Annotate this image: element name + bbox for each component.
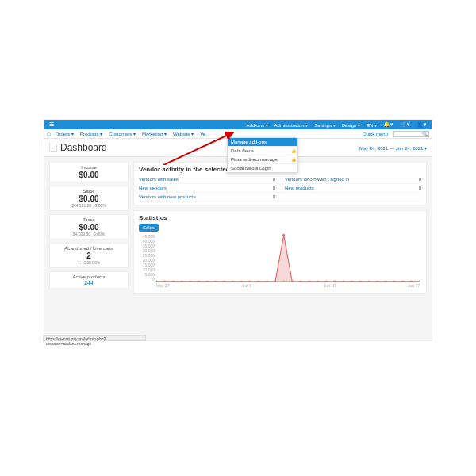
vendor-activity-row: Vendors with new products0 [139, 193, 421, 202]
va-count: 0 [413, 186, 421, 190]
menu-icon[interactable]: ☰ [47, 121, 56, 128]
svg-point-51 [308, 281, 310, 282]
date-range-picker[interactable]: May 24, 2021 — Jun 24, 2021 ▾ [359, 145, 427, 151]
svg-point-52 [317, 281, 319, 282]
vendor-activity-row: Vendors with sales0Vendors who haven't s… [139, 175, 421, 184]
card-label: Sales [52, 189, 125, 194]
card-sub: $4,029.50 , 0.00% [52, 232, 125, 236]
dropdown-item-label: Data feeds [231, 148, 254, 153]
card-value: $0.00 [52, 223, 125, 232]
sales-chart: 45,00040,00035,00030,00025,00020,00015,0… [139, 234, 421, 290]
card-carts: Abandoned / Live carts 2 1, +200.00% [49, 243, 129, 268]
svg-point-40 [215, 281, 217, 282]
menu-vendors[interactable]: Ve… [198, 132, 212, 136]
page-title: Dashboard [60, 142, 107, 153]
thumb-icon: 👍 [291, 148, 296, 153]
topbar-settings[interactable]: Settings ▾ [312, 122, 337, 128]
svg-point-56 [351, 281, 353, 282]
card-income: Income $0.00 [49, 162, 129, 182]
quick-menu[interactable]: Quick menu [363, 132, 388, 136]
va-link[interactable]: New vendors [139, 186, 267, 190]
active-products-link[interactable]: 244 [52, 280, 125, 286]
main-panels: Vendor activity in the selected period V… [133, 162, 427, 294]
card-label: Abandoned / Live carts [52, 246, 125, 251]
svg-point-43 [240, 281, 243, 282]
menu-customers[interactable]: Customers ▾ [107, 131, 137, 136]
menu-marketing[interactable]: Marketing ▾ [140, 131, 168, 136]
card-label: Taxes [52, 217, 125, 222]
dropdown-item-label: Pinta redirect manager [231, 157, 279, 162]
va-count [413, 194, 421, 199]
home-icon[interactable]: ⌂ [47, 130, 51, 137]
topbar-addons[interactable]: Add-ons ▾ [244, 122, 271, 128]
va-link[interactable]: Vendors with sales [139, 177, 267, 182]
va-count: 0 [413, 177, 421, 182]
svg-point-44 [248, 281, 251, 282]
svg-point-45 [257, 281, 259, 282]
dropdown-pinta-redirect[interactable]: Pinta redirect manager👍 [228, 155, 298, 163]
card-sales: Sales $0.00 $44,281.80 , 0.00% [49, 186, 129, 211]
svg-point-39 [206, 281, 209, 282]
menu-products[interactable]: Products ▾ [79, 131, 104, 136]
topbar-administration[interactable]: Administration ▾ [272, 122, 311, 128]
card-sub: $44,281.80 , 0.00% [52, 203, 125, 208]
svg-point-57 [359, 281, 362, 282]
search-input[interactable] [393, 131, 429, 137]
svg-point-50 [300, 281, 302, 282]
card-sub: 1, +200.00% [52, 260, 125, 265]
va-link[interactable]: New products [285, 186, 413, 190]
dropdown-social-login[interactable]: Social Media Login [228, 163, 298, 172]
back-button[interactable]: ← [49, 144, 57, 152]
card-label: Income [52, 165, 125, 170]
user-icon[interactable]: 👤▾ [414, 121, 429, 128]
svg-point-53 [325, 281, 328, 282]
svg-point-55 [342, 281, 344, 282]
menu-website[interactable]: Website ▾ [171, 131, 195, 136]
cart-icon[interactable]: 🛒▾ [397, 121, 413, 128]
card-value: 2 [52, 251, 125, 260]
sales-button[interactable]: Sales [139, 224, 159, 232]
svg-point-58 [367, 281, 370, 282]
menu-orders[interactable]: Orders ▾ [54, 131, 75, 136]
svg-point-35 [172, 281, 175, 282]
topbar-lang[interactable]: EN ▾ [364, 122, 379, 128]
svg-point-59 [376, 281, 378, 282]
va-count: 0 [267, 177, 275, 182]
svg-point-38 [198, 281, 200, 282]
svg-point-46 [266, 281, 268, 282]
status-bar-url: https://cs-cart.pay.pro/admin.php?dispat… [43, 335, 146, 341]
vendor-activity-row: New vendors0New products0 [139, 184, 421, 193]
svg-point-36 [181, 281, 183, 282]
svg-point-37 [189, 281, 191, 282]
svg-point-42 [232, 281, 234, 282]
card-label: Active products [52, 274, 125, 279]
content: Income $0.00 Sales $0.00 $44,281.80 , 0.… [44, 157, 432, 298]
dropdown-manage-addons[interactable]: Manage add-ons [228, 138, 298, 146]
svg-point-61 [393, 281, 395, 282]
va-count: 0 [267, 186, 275, 190]
app-window: ☰ Add-ons ▾ Administration ▾ Settings ▾ … [44, 119, 432, 341]
va-link[interactable]: Vendors who haven't signed in [285, 177, 413, 182]
chart-plot [156, 234, 420, 282]
card-active-products: Active products 244 [49, 271, 129, 289]
topbar-design[interactable]: Design ▾ [340, 122, 363, 128]
svg-point-41 [223, 281, 225, 282]
va-count: 0 [267, 194, 275, 199]
chart-x-axis: May 27Jun 3Jun 10Jun 17 [156, 283, 420, 288]
svg-point-33 [156, 281, 157, 282]
va-link[interactable]: Vendors with new products [139, 194, 267, 199]
panel-title: Statistics [139, 214, 421, 221]
svg-point-34 [163, 281, 166, 282]
card-taxes: Taxes $0.00 $4,029.50 , 0.00% [49, 214, 129, 240]
statistics-panel: Statistics Sales 45,00040,00035,00030,00… [133, 210, 427, 294]
dropdown-item-label: Social Media Login [231, 166, 271, 171]
svg-point-64 [419, 281, 420, 282]
bell-icon[interactable]: 🔔▾ [381, 121, 396, 128]
addons-dropdown: Manage add-ons Data feeds👍 Pinta redirec… [227, 137, 298, 173]
card-value: $0.00 [52, 171, 125, 179]
dropdown-data-feeds[interactable]: Data feeds👍 [228, 146, 298, 155]
thumb-icon: 👍 [291, 157, 296, 162]
chart-y-axis: 45,00040,00035,00030,00025,00020,00015,0… [139, 234, 155, 282]
svg-point-60 [385, 281, 387, 282]
va-link[interactable] [285, 194, 413, 199]
